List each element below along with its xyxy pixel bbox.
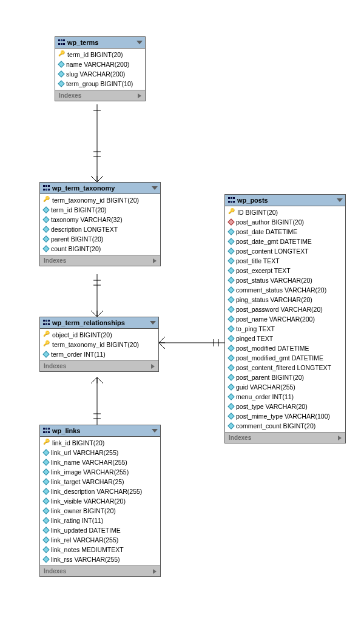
column-label: comment_status VARCHAR(20) (236, 286, 326, 294)
chevron-down-icon[interactable] (152, 186, 158, 190)
table-header[interactable]: wp_posts (225, 195, 345, 206)
column-icon (228, 286, 234, 293)
column-label: link_rel VARCHAR(255) (51, 536, 118, 544)
column-row[interactable]: post_excerpt TEXT (225, 266, 345, 275)
column-row[interactable]: parent BIGINT(20) (40, 234, 160, 244)
table-wp-term-relationships[interactable]: wp_term_relationships object_id BIGINT(2… (39, 317, 159, 372)
column-row[interactable]: pinged TEXT (225, 334, 345, 343)
column-row[interactable]: ping_status VARCHAR(20) (225, 295, 345, 305)
column-row[interactable]: guid VARCHAR(255) (225, 382, 345, 392)
table-wp-posts[interactable]: wp_posts ID BIGINT(20)post_author BIGINT… (224, 194, 346, 443)
column-icon (228, 296, 234, 303)
column-row[interactable]: term_id BIGINT(20) (55, 50, 145, 59)
table-header[interactable]: wp_links (40, 425, 160, 437)
chevron-down-icon[interactable] (337, 198, 343, 202)
column-row[interactable]: link_notes MEDIUMTEXT (40, 545, 160, 554)
column-label: post_modified DATETIME (236, 345, 309, 352)
column-label: count BIGINT(20) (51, 245, 101, 252)
column-row[interactable]: post_modified_gmt DATETIME (225, 353, 345, 363)
column-label: link_owner BIGINT(20) (51, 507, 116, 514)
column-icon (42, 206, 49, 213)
column-label: description LONGTEXT (51, 226, 118, 233)
column-row[interactable]: to_ping TEXT (225, 324, 345, 334)
column-row[interactable]: term_order INT(11) (40, 349, 158, 359)
table-icon (228, 197, 235, 204)
column-icon (42, 468, 49, 475)
column-row[interactable]: ID BIGINT(20) (225, 207, 345, 217)
column-row[interactable]: link_visible VARCHAR(20) (40, 496, 160, 506)
indexes-bar[interactable]: Indexes (40, 255, 160, 266)
column-row[interactable]: name VARCHAR(200) (55, 59, 145, 69)
column-row[interactable]: post_mime_type VARCHAR(100) (225, 411, 345, 421)
column-row[interactable]: link_rss VARCHAR(255) (40, 554, 160, 564)
column-row[interactable]: post_content_filtered LONGTEXT (225, 363, 345, 372)
table-wp-term-taxonomy[interactable]: wp_term_taxonomy term_taxonomy_id BIGINT… (39, 182, 161, 266)
expand-right-icon (153, 258, 157, 263)
column-row[interactable]: post_modified DATETIME (225, 343, 345, 353)
column-row[interactable]: link_url VARCHAR(255) (40, 448, 160, 457)
column-row[interactable]: post_password VARCHAR(20) (225, 305, 345, 314)
column-row[interactable]: post_content LONGTEXT (225, 246, 345, 256)
column-icon (58, 70, 64, 77)
table-header[interactable]: wp_term_relationships (40, 317, 158, 329)
table-header[interactable]: wp_terms (55, 37, 145, 49)
column-row[interactable]: link_updated DATETIME (40, 525, 160, 535)
column-icon (228, 383, 234, 390)
column-row[interactable]: post_title TEXT (225, 256, 345, 266)
column-row[interactable]: post_date DATETIME (225, 227, 345, 237)
column-label: post_modified_gmt DATETIME (236, 354, 323, 362)
column-row[interactable]: term_group BIGINT(10) (55, 79, 145, 89)
column-icon (42, 351, 49, 357)
table-wp-terms[interactable]: wp_terms term_id BIGINT(20)name VARCHAR(… (55, 36, 146, 101)
table-title: wp_term_taxonomy (52, 184, 115, 192)
table-header[interactable]: wp_term_taxonomy (40, 183, 160, 194)
column-row[interactable]: comment_count BIGINT(20) (225, 421, 345, 431)
column-row[interactable]: link_rating INT(11) (40, 516, 160, 525)
indexes-bar[interactable]: Indexes (225, 432, 345, 443)
column-icon (58, 61, 64, 67)
column-row[interactable]: menu_order INT(11) (225, 392, 345, 402)
column-row[interactable]: post_type VARCHAR(20) (225, 402, 345, 411)
indexes-bar[interactable]: Indexes (40, 360, 158, 371)
column-row[interactable]: post_author BIGINT(20) (225, 217, 345, 227)
indexes-bar[interactable]: Indexes (40, 565, 160, 576)
column-row[interactable]: comment_status VARCHAR(20) (225, 285, 345, 295)
column-icon (228, 354, 234, 361)
chevron-down-icon[interactable] (152, 429, 158, 433)
column-row[interactable]: link_id BIGINT(20) (40, 438, 160, 448)
column-row[interactable]: link_image VARCHAR(255) (40, 467, 160, 477)
column-row[interactable]: post_status VARCHAR(20) (225, 275, 345, 285)
column-row[interactable]: slug VARCHAR(200) (55, 69, 145, 79)
column-row[interactable]: link_name VARCHAR(255) (40, 457, 160, 467)
column-row[interactable]: term_taxonomy_id BIGINT(20) (40, 340, 158, 349)
column-icon (42, 216, 49, 223)
column-icon (228, 335, 234, 342)
column-label: to_ping TEXT (236, 325, 275, 332)
column-icon (42, 546, 49, 553)
column-row[interactable]: link_rel VARCHAR(255) (40, 535, 160, 545)
column-label: post_title TEXT (236, 257, 280, 265)
column-row[interactable]: taxonomy VARCHAR(32) (40, 215, 160, 224)
column-icon (228, 315, 234, 322)
column-row[interactable]: post_parent BIGINT(20) (225, 372, 345, 382)
column-row[interactable]: link_owner BIGINT(20) (40, 506, 160, 516)
column-icon (228, 277, 234, 283)
column-label: term_id BIGINT(20) (67, 51, 123, 58)
column-row[interactable]: link_target VARCHAR(25) (40, 477, 160, 487)
column-row[interactable]: term_taxonomy_id BIGINT(20) (40, 195, 160, 205)
column-row[interactable]: post_name VARCHAR(200) (225, 314, 345, 324)
column-icon (42, 536, 49, 543)
column-row[interactable]: post_date_gmt DATETIME (225, 237, 345, 246)
column-row[interactable]: count BIGINT(20) (40, 244, 160, 254)
column-row[interactable]: term_id BIGINT(20) (40, 205, 160, 215)
column-row[interactable]: link_description VARCHAR(255) (40, 487, 160, 496)
column-row[interactable]: description LONGTEXT (40, 224, 160, 234)
column-row[interactable]: object_id BIGINT(20) (40, 330, 158, 340)
chevron-down-icon[interactable] (136, 41, 143, 44)
table-title: wp_posts (237, 197, 268, 204)
column-icon (228, 403, 234, 410)
chevron-down-icon[interactable] (150, 321, 156, 325)
indexes-bar[interactable]: Indexes (55, 90, 145, 101)
table-wp-links[interactable]: wp_links link_id BIGINT(20)link_url VARC… (39, 425, 161, 577)
expand-right-icon (138, 93, 141, 98)
